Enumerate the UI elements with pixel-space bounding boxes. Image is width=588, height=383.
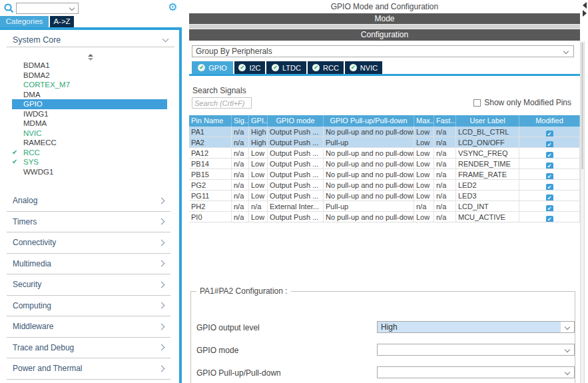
modified-checkbox[interactable]: ✔ <box>546 141 553 148</box>
table-row-pb14[interactable]: PB14n/aLowOutput Push ...No pull-up and … <box>189 159 580 169</box>
table-row-ph2[interactable]: PH2n/an/aExternal Inter...Pull-upn/an/aL… <box>189 201 580 212</box>
modified-checkbox[interactable]: ✔ <box>546 131 553 137</box>
sidebar-category-power-and-thermal[interactable]: Power and Thermal <box>7 358 170 380</box>
sidebar-item-iwdg1[interactable]: IWDG1 <box>12 109 167 119</box>
system-core-section-header[interactable]: System Core <box>13 34 170 46</box>
column-header-modified[interactable]: Modified <box>519 115 580 127</box>
mode-section-bar[interactable]: Mode <box>189 13 580 24</box>
sidebar-category-trace-and-debug[interactable]: Trace and Debug <box>7 338 170 359</box>
cell-gpio-mode: Output Push ... <box>268 180 324 191</box>
column-header-pin-name[interactable]: Pin Name▲ <box>189 115 232 127</box>
cell-pin-name: PB15 <box>189 169 232 180</box>
tab-i2c[interactable]: ✔I2C <box>234 61 265 74</box>
signals-search-input[interactable] <box>192 97 252 109</box>
sidebar-category-analog[interactable]: Analog <box>7 191 170 212</box>
table-row-pa2[interactable]: PA2n/aHighOutput Push ...Pull-upLown/aLC… <box>189 137 580 148</box>
sidebar-search-combobox[interactable] <box>16 3 79 14</box>
tab-categories[interactable]: Categories <box>0 16 49 27</box>
tab-ltdc[interactable]: ✔LTDC <box>266 61 306 74</box>
chevron-right-icon <box>158 323 165 330</box>
sidebar-category-timers[interactable]: Timers <box>7 212 170 233</box>
cell-pin-name: PH2 <box>189 201 232 212</box>
sidebar-item-wwdg1[interactable]: WWDG1 <box>12 167 167 177</box>
sidebar-category-middleware[interactable]: Middleware <box>7 316 170 338</box>
enabled-check-icon: ✔ <box>12 148 17 158</box>
column-header-sig-[interactable]: Sig... <box>232 115 249 127</box>
column-header-fast-[interactable]: Fast... <box>434 115 456 127</box>
sidebar-item-sys[interactable]: ✔SYS <box>12 157 167 167</box>
sidebar-category-connectivity[interactable]: Connectivity <box>7 232 170 254</box>
cell-modified: ✔ <box>519 159 580 169</box>
field-value: High <box>381 322 398 332</box>
cell-modified: ✔ <box>519 191 580 201</box>
column-header-max-[interactable]: Max... <box>414 115 434 127</box>
settings-gear-icon[interactable]: ⚙ <box>168 1 177 13</box>
column-header-user-label[interactable]: User Label <box>456 115 519 127</box>
table-row-pg11[interactable]: PG11n/aLowOutput Push ...No pull-up and … <box>189 191 580 201</box>
cell-modified: ✔ <box>519 137 580 148</box>
field-select-gpio-mode[interactable] <box>377 344 575 356</box>
modified-checkbox[interactable]: ✔ <box>546 216 553 222</box>
sidebar-category-multimedia[interactable]: Multimedia <box>7 254 170 275</box>
sidebar-item-rcc[interactable]: ✔RCC <box>12 148 167 158</box>
cell-max-: Low <box>414 127 434 137</box>
cell-pin-name: PI0 <box>189 212 232 222</box>
modified-checkbox[interactable]: ✔ <box>546 173 553 180</box>
cell-modified: ✔ <box>519 127 580 137</box>
sidebar-item-ramecc[interactable]: RAMECC <box>12 138 167 148</box>
sidebar-item-bdma1[interactable]: BDMA1 <box>12 61 167 71</box>
modified-checkbox[interactable]: ✔ <box>546 194 553 201</box>
sidebar-item-nvic[interactable]: NVIC <box>12 129 167 139</box>
collapse-left-icon[interactable] <box>583 2 587 9</box>
cell-sig-: n/a <box>232 137 249 148</box>
cell-gpio-mode: Output Push ... <box>268 212 324 222</box>
cell-pin-name: PG11 <box>189 191 232 201</box>
column-header-gpio-mode[interactable]: GPIO mode <box>268 115 324 127</box>
column-header-gpi-[interactable]: GPI... <box>249 115 268 127</box>
table-row-pg2[interactable]: PG2n/aLowOutput Push ...No pull-up and n… <box>189 180 580 191</box>
sort-spinner-icon[interactable] <box>88 54 93 61</box>
show-only-modified-filter[interactable]: Show only Modified Pins <box>473 98 571 107</box>
group-by-select[interactable]: Group By Peripherals <box>192 45 574 57</box>
enabled-check-icon: ✔ <box>350 64 357 71</box>
cell-max-: Low <box>414 137 434 148</box>
collapse-right-icon[interactable] <box>583 10 587 17</box>
table-row-pa1[interactable]: PA1n/aHighOutput Push ...No pull-up and … <box>189 127 580 137</box>
table-row-pb15[interactable]: PB15n/aLowOutput Push ...No pull-up and … <box>189 169 580 180</box>
tab-gpio[interactable]: ✔GPIO <box>192 61 233 74</box>
sidebar-item-gpio[interactable]: GPIO <box>12 99 167 109</box>
modified-checkbox[interactable]: ✔ <box>546 184 553 191</box>
cell-gpi-: Low <box>249 159 268 169</box>
enabled-check-icon: ✔ <box>312 64 320 71</box>
cell-gpio-mode: Output Push ... <box>268 148 324 159</box>
cell-gpio-pull-up-pull-down: No pull-up and no pull-down <box>324 212 414 222</box>
sidebar-item-mdma[interactable]: MDMA <box>12 119 167 129</box>
chevron-down-icon <box>162 36 169 43</box>
modified-checkbox[interactable]: ✔ <box>546 152 553 159</box>
configuration-section-bar[interactable]: Configuration <box>189 29 580 41</box>
sidebar-item-label: SYS <box>23 158 39 166</box>
cell-max-: Low <box>414 169 434 180</box>
column-header-gpio-pull-up-pull-down[interactable]: GPIO Pull-up/Pull-down <box>324 115 414 127</box>
sidebar-category-security[interactable]: Security <box>7 274 170 296</box>
sidebar-category-computing[interactable]: Computing <box>7 296 170 317</box>
modified-checkbox[interactable]: ✔ <box>546 205 553 212</box>
show-only-modified-label: Show only Modified Pins <box>484 98 571 107</box>
scrollbar-thumb[interactable] <box>581 43 583 169</box>
tab-nvic[interactable]: ✔NVIC <box>345 61 382 74</box>
sidebar-item-bdma2[interactable]: BDMA2 <box>12 71 167 81</box>
panel-collapse-arrows[interactable] <box>583 2 587 17</box>
field-select-gpio-pull-up-pull-down[interactable] <box>377 366 575 378</box>
tab-a-to-z[interactable]: A->Z <box>50 16 74 27</box>
show-only-modified-checkbox[interactable] <box>473 99 481 107</box>
table-row-pi0[interactable]: PI0n/aLowOutput Push ...No pull-up and n… <box>189 212 580 222</box>
tab-rcc[interactable]: ✔RCC <box>308 61 344 74</box>
sidebar-item-label: DMA <box>23 91 41 99</box>
field-select-gpio-output-level[interactable]: High <box>377 321 575 333</box>
sidebar-item-cortex_m7[interactable]: CORTEX_M7 <box>12 80 167 90</box>
sidebar-item-dma[interactable]: DMA <box>12 90 167 100</box>
table-row-pa12[interactable]: PA12n/aLowOutput Push ...No pull-up and … <box>189 148 580 159</box>
vertical-scrollbar[interactable] <box>580 41 585 383</box>
cell-gpi-: Low <box>249 191 268 201</box>
modified-checkbox[interactable]: ✔ <box>546 163 553 169</box>
